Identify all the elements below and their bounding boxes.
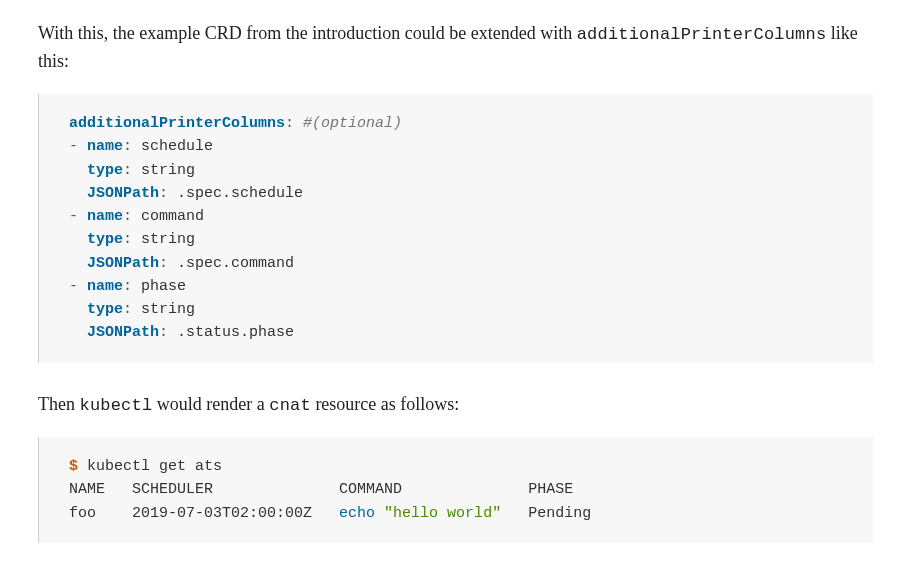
shell-header-scheduler: SCHEDULER xyxy=(132,481,213,498)
shell-row-phase: Pending xyxy=(528,505,591,522)
yaml-key-type: type xyxy=(87,162,123,179)
yaml-colon: : xyxy=(123,138,132,155)
shell-row-scheduler: 2019-07-03T02:00:00Z xyxy=(132,505,312,522)
yaml-key-name: name xyxy=(87,278,123,295)
yaml-val: .status.phase xyxy=(177,324,294,341)
yaml-key-name: name xyxy=(87,208,123,225)
mid-text-3: resource as follows: xyxy=(311,394,459,414)
shell-row-echo: echo xyxy=(339,505,375,522)
yaml-colon: : xyxy=(123,208,132,225)
yaml-root-key: additionalPrinterColumns xyxy=(69,115,285,132)
yaml-val: string xyxy=(141,231,195,248)
yaml-val: string xyxy=(141,162,195,179)
shell-code: $ kubectl get ats NAME SCHEDULER COMMAND… xyxy=(69,458,591,522)
mid-paragraph: Then kubectl would render a cnat resourc… xyxy=(38,391,873,419)
intro-paragraph: With this, the example CRD from the intr… xyxy=(38,20,873,76)
yaml-key-name: name xyxy=(87,138,123,155)
shell-header-command: COMMAND xyxy=(339,481,402,498)
yaml-dash: - xyxy=(69,208,78,225)
yaml-key-type: type xyxy=(87,231,123,248)
mid-text-1: Then xyxy=(38,394,79,414)
inline-code-kubectl: kubectl xyxy=(79,396,152,415)
yaml-val: .spec.schedule xyxy=(177,185,303,202)
shell-code-block: $ kubectl get ats NAME SCHEDULER COMMAND… xyxy=(38,437,873,543)
intro-text-1: With this, the example CRD from the intr… xyxy=(38,23,577,43)
mid-text-2: would render a xyxy=(152,394,269,414)
yaml-val: command xyxy=(141,208,204,225)
yaml-dash: - xyxy=(69,138,78,155)
inline-code-additional-printer-columns: additionalPrinterColumns xyxy=(577,25,827,44)
yaml-colon: : xyxy=(123,231,132,248)
shell-row-string: "hello world" xyxy=(384,505,501,522)
yaml-code: additionalPrinterColumns: #(optional) - … xyxy=(69,115,402,341)
yaml-key-type: type xyxy=(87,301,123,318)
yaml-val: phase xyxy=(141,278,186,295)
yaml-colon: : xyxy=(123,301,132,318)
shell-row-name: foo xyxy=(69,505,96,522)
yaml-colon: : xyxy=(159,255,168,272)
shell-command: kubectl get ats xyxy=(87,458,222,475)
yaml-val: .spec.command xyxy=(177,255,294,272)
shell-header-name: NAME xyxy=(69,481,105,498)
yaml-val: schedule xyxy=(141,138,213,155)
yaml-colon: : xyxy=(123,162,132,179)
yaml-key-jsonpath: JSONPath xyxy=(87,324,159,341)
yaml-colon: : xyxy=(159,185,168,202)
yaml-code-block: additionalPrinterColumns: #(optional) - … xyxy=(38,94,873,363)
yaml-key-jsonpath: JSONPath xyxy=(87,255,159,272)
shell-header-phase: PHASE xyxy=(528,481,573,498)
yaml-colon: : xyxy=(159,324,168,341)
yaml-key-jsonpath: JSONPath xyxy=(87,185,159,202)
yaml-colon: : xyxy=(123,278,132,295)
yaml-val: string xyxy=(141,301,195,318)
page-content: With this, the example CRD from the intr… xyxy=(0,0,911,568)
yaml-comment: #(optional) xyxy=(303,115,402,132)
shell-prompt: $ xyxy=(69,458,78,475)
yaml-dash: - xyxy=(69,278,78,295)
inline-code-cnat: cnat xyxy=(269,396,311,415)
yaml-colon: : xyxy=(285,115,294,132)
